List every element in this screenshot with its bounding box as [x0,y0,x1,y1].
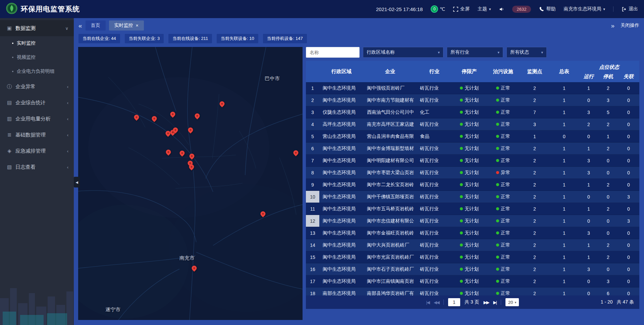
org-dropdown[interactable]: 南充市生态环境局 ▾ [564,6,605,12]
temperature: 0 ℃ [431,5,445,13]
chevron-down-icon: ▾ [489,7,491,11]
cell-industry: 砖瓦行业 [417,227,452,239]
sidebar-group[interactable]: ▧日志查看‹ [0,159,74,175]
sidebar-group-label: 企业综合统计 [15,100,46,106]
table-row[interactable]: 8阆中生态环境局阆中市枣碧大梁山页岩砖瓦行业无计划异常21300 [306,167,639,179]
cell-meters: 1 [549,82,579,94]
cell-run: 0 [579,287,598,295]
col-company: 企业 [364,61,417,82]
cell-industry: 砖瓦行业 [417,155,452,166]
sidebar-item[interactable]: 视频监控 [0,50,74,64]
alarm-speaker-button[interactable] [499,7,504,12]
sidebar-group[interactable]: ▥企业用电量分析‹ [0,111,74,127]
status-filter-select[interactable]: 所有状态 ▾ [506,47,547,58]
table-row[interactable]: 11阆中生态环境局阆中市五马桥页岩机砖砖瓦行业无计划正常21120 [306,203,639,215]
page-size-select[interactable]: 20 ▾ [505,298,519,306]
sidebar-group[interactable]: ◈应急减排管理‹ [0,143,74,159]
cell-points: 3 [520,118,549,130]
table-row[interactable]: 10阆中生态环境局阆中千佛镇五郎垭页岩砖瓦行业无计划正常21003 [306,191,639,203]
table-row[interactable]: 5营山生态环境局营山县润丰肉食品有限食品无计划正常10010 [306,130,639,143]
logout-button[interactable]: 退出 [622,6,638,12]
col-lost: 失联 [618,71,639,82]
cell-run: 3 [579,106,598,118]
theme-dropdown[interactable]: 主题 ▾ [478,6,491,12]
help-button[interactable]: 帮助 [539,6,555,12]
region-filter-select[interactable]: 行政区域名称 ▾ [363,47,443,58]
map-panel[interactable]: 巴中市南充市遂宁市 [78,47,303,320]
monitor-icon: ▣ [5,25,13,31]
tab-close-icon[interactable]: × [136,23,139,28]
cell-limit-status: 无计划 [452,94,486,106]
alarm-count-badge[interactable]: 2632 [512,6,531,13]
close-operations-button[interactable]: 关闭操作 [621,22,639,29]
cell-meters: 1 [549,118,579,130]
sidebar-group[interactable]: ▣数据监测∨ [0,20,74,36]
cell-points: 2 [520,203,549,215]
cell-stop: 1 [598,130,618,142]
cell-lost: 0 [618,167,639,178]
cell-rownum: 11 [306,203,319,215]
cell-limit-status: 无计划 [452,275,486,287]
name-filter-input[interactable] [306,47,360,58]
cell-limit-status: 无计划 [452,130,486,142]
table-row[interactable]: 3仪陇生态环境局西南油气田分公司川中化工无计划正常71350 [306,106,639,118]
cell-stop: 2 [598,118,618,130]
map-collapse-button[interactable]: ◀ [74,177,80,187]
cell-company: 阆中市忠信建材有限公 [364,215,417,227]
industry-filter-select[interactable]: 所有行业 ▾ [447,47,503,58]
cell-run: 1 [579,203,598,215]
sidebar-group[interactable]: ≣基础数据管理‹ [0,127,74,143]
alert-icon: ⓘ [5,84,13,90]
table-row[interactable]: 7阆中生态环境局阆中明阳建材有限公司砖瓦行业无计划正常21300 [306,155,639,167]
cell-company: 营山县润丰肉食品有限 [364,130,417,142]
table-row[interactable]: 13阆中生态环境局阆中市金福旺页岩机砖砖瓦行业无计划正常21300 [306,227,639,239]
org-label: 南充市生态环境局 [564,6,601,12]
cell-meters: 1 [549,155,579,166]
status-dot [460,87,463,90]
sidebar-item[interactable]: 企业电力负荷明细 [0,64,74,78]
page-number-input[interactable] [448,298,460,306]
tabs-scroll-left-icon[interactable]: « [78,22,82,29]
sidebar-group-label: 企业异常 [15,84,36,90]
fullscreen-button[interactable]: 全屏 [453,6,470,12]
cell-run: 0 [579,191,598,203]
sidebar-group[interactable]: ▤企业综合统计‹ [0,95,74,111]
table-row[interactable]: 4高坪生态环境局南充市高坪区王家店建砖瓦行业无计划正常31220 [306,118,639,130]
status-dot [496,183,499,186]
cell-company: 阆中市江南镇阆南页岩 [364,275,417,287]
content-area: ◀ [74,44,644,325]
last-page-button[interactable]: ▶| [493,300,496,305]
table-row[interactable]: 1阆中生态环境局阆中强锐页岩砖厂砖瓦行业无计划正常21120 [306,82,639,94]
cell-points: 2 [520,143,549,154]
cell-lost: 0 [618,106,639,118]
cell-points: 2 [520,167,549,178]
table-row[interactable]: 6阆中生态环境局阆中市金博瑞新型墙材砖瓦行业无计划正常21120 [306,143,639,155]
status-dot [460,292,463,295]
tab-home[interactable]: 首页 [86,20,106,31]
table-row[interactable]: 18南部生态环境局南部县鸿华页岩砖厂有砖瓦行业无计划正常21060 [306,287,639,295]
cell-limit-status: 无计划 [452,239,486,251]
cell-company: 阆中明阳建材有限公司 [364,155,417,166]
tab-realtime-monitor[interactable]: 实时监控 × [109,20,144,31]
pager-divider [501,300,501,305]
table-row[interactable]: 9阆中生态环境局阆中市二龙长宝页岩砖砖瓦行业无计划正常21120 [306,179,639,191]
col-industry: 行业 [417,61,452,82]
table-row[interactable]: 16阆中生态环境局阆中市石子页岩机砖厂砖瓦行业无计划正常21300 [306,263,639,275]
table-row[interactable]: 14阆中生态环境局阆中大兴页岩机砖厂砖瓦行业无计划正常21120 [306,239,639,251]
table-row[interactable]: 15阆中生态环境局阆中市光富页岩机砖厂砖瓦行业无计划正常21120 [306,251,639,263]
table-row[interactable]: 2阆中生态环境局阆中市南方节能建材有砖瓦行业无计划正常21030 [306,94,639,106]
cell-industry: 砖瓦行业 [417,94,452,106]
status-dot [496,195,499,198]
cell-stop: 2 [598,251,618,263]
table-row[interactable]: 17阆中生态环境局阆中市江南镇阆南页岩砖瓦行业无计划正常21030 [306,275,639,287]
help-label: 帮助 [546,6,555,12]
prev-page-button[interactable]: ◀◀ [434,300,439,305]
table-header: 行政区域 企业 行业 停限产 治污设施 监测点 总表 点位状态 运行 停机 失联 [306,61,639,82]
tabs-scroll-right-icon[interactable]: » [611,22,614,29]
next-page-button[interactable]: ▶▶ [484,300,489,305]
table-row[interactable]: 12阆中生态环境局阆中市忠信建材有限公砖瓦行业无计划正常21003 [306,215,639,227]
sidebar-group[interactable]: ⓘ企业异常‹ [0,78,74,95]
first-page-button[interactable]: |◀ [426,300,429,305]
sidebar-item[interactable]: 实时监控 [0,36,74,50]
cell-company: 阆中强锐页岩砖厂 [364,82,417,94]
